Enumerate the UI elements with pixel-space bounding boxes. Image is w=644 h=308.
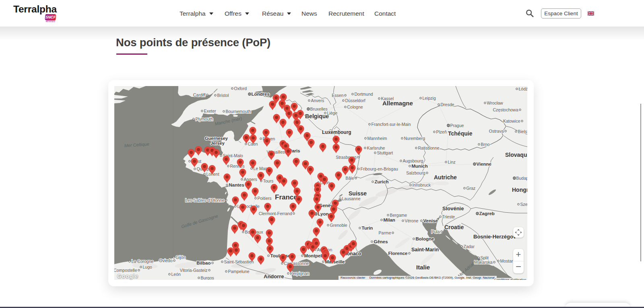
svg-text:Bergame: Bergame (390, 213, 407, 218)
svg-text:Dresde: Dresde (441, 102, 454, 107)
svg-text:Perpignan: Perpignan (290, 271, 310, 276)
svg-text:Jersey: Jersey (211, 141, 225, 146)
svg-text:Anvers: Anvers (311, 98, 324, 103)
svg-text:Slovaquie: Slovaquie (505, 152, 527, 158)
svg-text:Grenoble: Grenoble (330, 223, 347, 228)
svg-text:Częstochowa: Częstochowa (493, 107, 518, 112)
svg-text:Bilbao: Bilbao (196, 261, 211, 265)
svg-text:Dortmund: Dortmund (355, 92, 373, 97)
svg-text:Stuttgart: Stuttgart (377, 150, 393, 155)
svg-text:Londres: Londres (252, 92, 270, 97)
svg-text:Ostrava: Ostrava (489, 129, 504, 133)
svg-text:Plymouth: Plymouth (196, 117, 213, 121)
svg-text:Pampelune: Pampelune (228, 269, 250, 274)
svg-text:Nantes: Nantes (229, 183, 244, 187)
svg-text:Luxembourg: Luxembourg (322, 129, 351, 135)
svg-text:Nuremberg: Nuremberg (404, 136, 425, 141)
svg-text:Autriche: Autriche (434, 174, 457, 181)
svg-text:Saint-Marin: Saint-Marin (411, 247, 439, 253)
svg-text:France: France (275, 193, 297, 201)
svg-text:Bruxelles: Bruxelles (310, 107, 328, 111)
svg-text:Les Sables-d'Olonne: Les Sables-d'Olonne (185, 198, 224, 203)
svg-text:Leipzig: Leipzig (423, 96, 436, 101)
svg-text:Zagreb: Zagreb (479, 211, 495, 216)
svg-text:Budapest: Budapest (516, 176, 528, 181)
svg-text:Bournemouth: Bournemouth (226, 109, 251, 114)
svg-text:Ratisbonne: Ratisbonne (418, 146, 440, 150)
svg-text:Linz: Linz (448, 160, 456, 164)
svg-text:Tchéquie: Tchéquie (448, 130, 473, 137)
svg-text:Szeged: Szeged (520, 202, 528, 207)
svg-text:Andorre: Andorre (264, 273, 284, 279)
svg-text:Italie: Italie (416, 264, 430, 271)
svg-text:Bosnie-Herzégov: Bosnie-Herzégov (473, 234, 516, 240)
svg-text:León: León (171, 272, 181, 277)
svg-text:Suisse: Suisse (349, 190, 367, 197)
svg-text:Milan: Milan (384, 218, 395, 222)
svg-text:Wrocław: Wrocław (487, 101, 503, 105)
svg-text:Tours: Tours (263, 179, 274, 183)
svg-text:Bielsko-B: Bielsko-B (518, 129, 528, 134)
svg-text:Clermont-Ferrand: Clermont-Ferrand (259, 211, 292, 216)
svg-text:Łódź: Łódź (519, 86, 528, 91)
svg-text:Kassel: Kassel (381, 96, 394, 101)
svg-text:Cologne: Cologne (347, 105, 363, 109)
svg-text:Bologne: Bologne (416, 236, 434, 241)
svg-text:Oviedo: Oviedo (159, 258, 172, 263)
svg-text:Compostelle: Compostelle (114, 268, 137, 273)
svg-text:Prague: Prague (450, 123, 464, 128)
svg-text:Plzeň: Plzeň (436, 129, 447, 134)
svg-text:Oxford: Oxford (234, 86, 247, 91)
svg-text:Florence: Florence (388, 251, 408, 256)
svg-text:Vienne: Vienne (477, 162, 492, 166)
svg-text:Pula: Pula (431, 229, 440, 234)
svg-text:Bâle: Bâle (345, 176, 354, 181)
svg-text:Munich: Munich (412, 164, 428, 168)
svg-text:Bristol: Bristol (217, 93, 229, 98)
svg-text:Exeter: Exeter (204, 109, 217, 113)
svg-text:Hongrie: Hongrie (512, 187, 527, 193)
svg-text:Burgos: Burgos (201, 275, 214, 280)
svg-text:Katowice: Katowice (503, 119, 520, 123)
svg-text:Liège: Liège (327, 111, 338, 115)
svg-text:Lyon: Lyon (318, 211, 329, 216)
svg-text:Lugo: Lugo (143, 265, 153, 269)
svg-text:Lausanne: Lausanne (342, 196, 361, 201)
svg-text:Croatie: Croatie (444, 224, 464, 230)
svg-text:Zurich: Zurich (375, 179, 389, 184)
svg-text:Vitoria-Gasteiz: Vitoria-Gasteiz (180, 268, 208, 273)
svg-text:Gijón: Gijón (176, 255, 186, 260)
svg-text:Poitiers: Poitiers (258, 196, 272, 201)
svg-text:Brno: Brno (481, 142, 490, 147)
svg-text:Saint-Sébastien: Saint-Sébastien (224, 259, 254, 264)
svg-text:Mannheim: Mannheim (367, 136, 387, 141)
svg-text:Zadar: Zadar (464, 244, 475, 249)
svg-text:Slovénie: Slovénie (442, 205, 464, 211)
svg-text:Cardiff: Cardiff (193, 92, 206, 97)
svg-text:Salzbourg: Salzbourg (406, 170, 425, 175)
svg-text:Fribourg-en-Brisgau: Fribourg-en-Brisgau (361, 166, 398, 171)
svg-text:Mostar: Mostar (500, 259, 514, 263)
svg-text:Guernesey: Guernesey (205, 136, 228, 141)
svg-text:Turin: Turin (362, 226, 373, 230)
svg-text:Venise: Venise (423, 218, 438, 223)
svg-text:Essen: Essen (332, 93, 343, 98)
svg-text:Innsbruck: Innsbruck (413, 183, 431, 187)
svg-text:Makarska: Makarska (474, 260, 493, 265)
svg-text:Francfort-sur-le-Main: Francfort-sur-le-Main (372, 122, 411, 127)
svg-text:Karlsruhe: Karlsruhe (367, 146, 385, 150)
svg-text:Graz: Graz (466, 186, 476, 191)
svg-text:Gênes: Gênes (374, 239, 388, 244)
svg-text:Trieste: Trieste (442, 214, 455, 219)
svg-text:La Corogne: La Corogne (132, 259, 154, 264)
svg-text:Vérone: Vérone (405, 218, 419, 223)
svg-text:Parme: Parme (379, 230, 391, 235)
svg-text:Düsseldorf: Düsseldorf (345, 98, 365, 103)
svg-text:Augsbourg: Augsbourg (403, 158, 423, 163)
svg-text:Angers: Angers (244, 177, 257, 182)
